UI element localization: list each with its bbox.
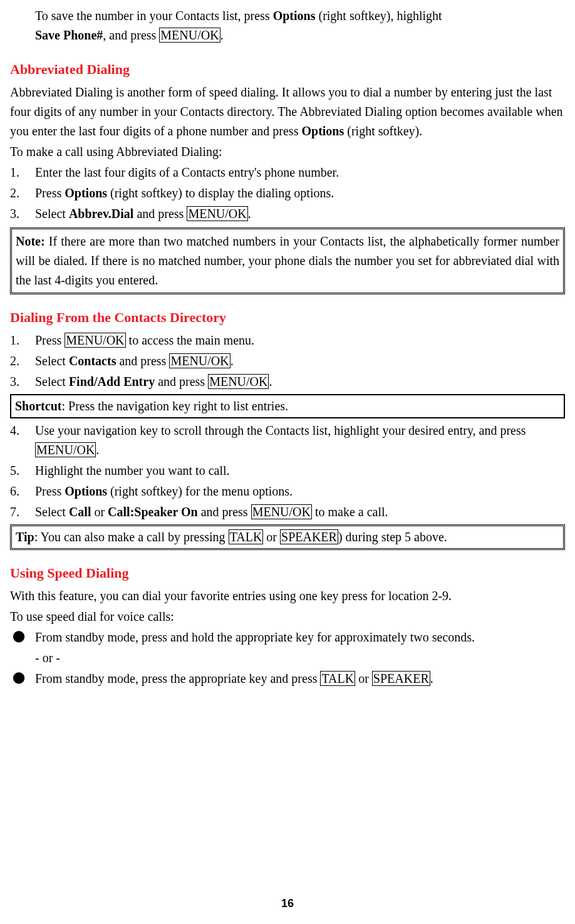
text: or <box>355 672 372 685</box>
step-number: 3. <box>10 204 35 224</box>
options-label: Options <box>273 9 316 23</box>
talk-key: TALK <box>229 529 264 544</box>
text: Press <box>35 186 65 200</box>
bullet-icon: ⬤ <box>10 628 35 647</box>
tip-label: Tip <box>16 530 34 544</box>
save-phone-label: Save Phone# <box>35 28 103 42</box>
or-separator: - or - <box>35 648 565 668</box>
text: or <box>263 530 280 544</box>
step-number: 2. <box>10 184 35 203</box>
call-label: Call <box>69 505 91 519</box>
list-item: 1. Press MENU/OK to access the main menu… <box>10 331 565 350</box>
step-number: 5. <box>10 461 35 480</box>
text: . <box>231 354 234 368</box>
step-text: Select Find/Add Entry and press MENU/OK. <box>35 372 565 392</box>
list-item: 7. Select Call or Call:Speaker On and pr… <box>10 502 565 522</box>
list-item: 3. Select Find/Add Entry and press MENU/… <box>10 372 565 392</box>
step-number: 4. <box>10 421 35 460</box>
speaker-key: SPEAKER <box>280 529 338 544</box>
menu-ok-key: MENU/OK <box>65 333 125 348</box>
shortcut-text: : Press the navigation key right to list… <box>61 399 288 413</box>
step-number: 7. <box>10 502 35 522</box>
speaker-key: SPEAKER <box>372 671 430 686</box>
text: Press <box>35 333 65 347</box>
text: . <box>430 672 433 685</box>
step-number: 1. <box>10 163 35 182</box>
step-text: Highlight the number you want to call. <box>35 461 565 480</box>
menu-ok-key: MENU/OK <box>159 28 220 43</box>
contacts-heading: Dialing From the Contacts Directory <box>10 307 565 328</box>
text: and press <box>198 505 251 519</box>
call-speaker-label: Call:Speaker On <box>108 505 198 519</box>
step-number: 1. <box>10 331 35 350</box>
text: . <box>96 443 99 457</box>
abbrev-heading: Abbreviated Dialing <box>10 59 565 80</box>
contacts-steps: 1. Press MENU/OK to access the main menu… <box>10 331 565 392</box>
speed-desc: With this feature, you can dial your fav… <box>10 586 565 606</box>
list-item: 2. Press Options (right softkey) to disp… <box>10 184 565 203</box>
menu-ok-key: MENU/OK <box>169 353 230 368</box>
menu-ok-key: MENU/OK <box>208 374 269 389</box>
menu-ok-key: MENU/OK <box>251 504 312 519</box>
step-text: Select Contacts and press MENU/OK. <box>35 351 565 371</box>
text: Press <box>35 484 65 498</box>
menu-ok-key: MENU/OK <box>35 442 96 457</box>
list-item: ⬤ From standby mode, press the appropria… <box>10 669 565 688</box>
text: (right softkey) to display the dialing o… <box>107 186 334 200</box>
text: To save the number in your Contacts list… <box>35 9 273 23</box>
options-label: Options <box>65 484 107 498</box>
list-item: 3. Select Abbrev.Dial and press MENU/OK. <box>10 204 565 224</box>
list-item: 5. Highlight the number you want to call… <box>10 461 565 480</box>
speed-bullets-2: ⬤ From standby mode, press the appropria… <box>10 669 565 688</box>
note-text: If there are more than two matched numbe… <box>16 234 559 287</box>
step-number: 2. <box>10 351 35 371</box>
text: Select <box>35 505 69 519</box>
list-item: 2. Select Contacts and press MENU/OK. <box>10 351 565 371</box>
step-text: Use your navigation key to scroll throug… <box>35 421 565 460</box>
text: and press <box>116 354 169 368</box>
text: (right softkey). <box>344 124 422 138</box>
contacts-steps-cont: 4. Use your navigation key to scroll thr… <box>10 421 565 522</box>
speed-bullets: ⬤ From standby mode, press and hold the … <box>10 628 565 647</box>
contacts-label: Contacts <box>69 354 117 368</box>
list-item: 6. Press Options (right softkey) for the… <box>10 482 565 501</box>
text: to make a call. <box>312 505 388 519</box>
step-text: Select Abbrev.Dial and press MENU/OK. <box>35 204 565 224</box>
text: and press <box>133 207 187 221</box>
step-text: Press MENU/OK to access the main menu. <box>35 331 565 350</box>
bullet-text: From standby mode, press the appropriate… <box>35 669 565 688</box>
tip-box: Tip: You can also make a call by pressin… <box>10 524 565 550</box>
intro-paragraph: To save the number in your Contacts list… <box>10 6 565 45</box>
list-item: 1. Enter the last four digits of a Conta… <box>10 163 565 182</box>
step-number: 3. <box>10 372 35 392</box>
text: From standby mode, press the appropriate… <box>35 672 320 685</box>
text: or <box>91 505 108 519</box>
note-box: Note: If there are more than two matched… <box>10 227 565 294</box>
list-item: 4. Use your navigation key to scroll thr… <box>10 421 565 460</box>
menu-ok-key: MENU/OK <box>187 206 247 221</box>
text: : You can also make a call by pressing <box>34 530 229 544</box>
text: Use your navigation key to scroll throug… <box>35 423 526 437</box>
speed-lead: To use speed dial for voice calls: <box>10 607 565 626</box>
shortcut-label: Shortcut <box>15 399 61 413</box>
text: Select <box>35 354 69 368</box>
text: . <box>248 207 251 221</box>
step-text: Select Call or Call:Speaker On and press… <box>35 502 565 522</box>
shortcut-box: Shortcut: Press the navigation key right… <box>10 394 565 418</box>
speed-heading: Using Speed Dialing <box>10 563 565 584</box>
abbrev-steps: 1. Enter the last four digits of a Conta… <box>10 163 565 224</box>
text: ) during step 5 above. <box>338 530 447 544</box>
text: to access the main menu. <box>126 333 255 347</box>
text: and press <box>155 375 208 388</box>
options-label: Options <box>301 124 344 138</box>
list-item: ⬤ From standby mode, press and hold the … <box>10 628 565 647</box>
text: (right softkey) for the menu options. <box>107 484 293 498</box>
text: . <box>269 375 272 388</box>
talk-key: TALK <box>320 671 355 686</box>
step-number: 6. <box>10 482 35 501</box>
page-number: 16 <box>0 895 575 913</box>
step-text: Press Options (right softkey) to display… <box>35 184 565 203</box>
find-add-label: Find/Add Entry <box>69 375 155 388</box>
text: Select <box>35 207 69 221</box>
bullet-icon: ⬤ <box>10 669 35 688</box>
